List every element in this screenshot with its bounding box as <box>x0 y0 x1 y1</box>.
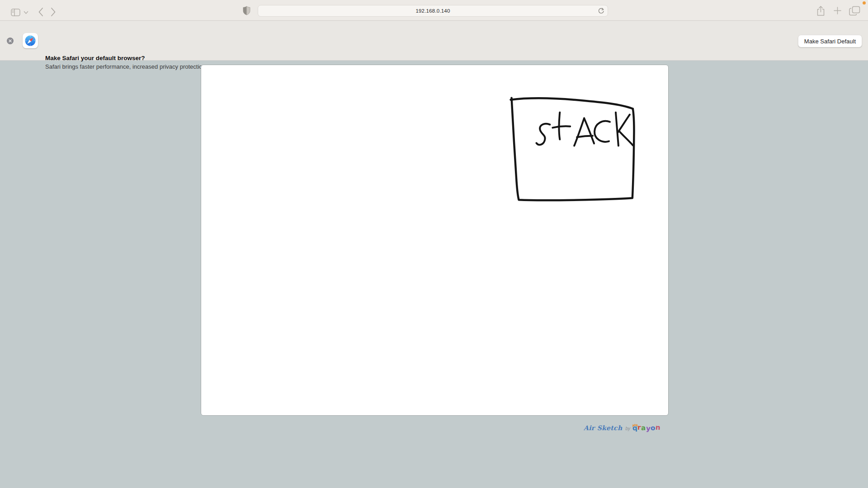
chevron-down-icon[interactable] <box>24 11 28 14</box>
stack-sketch <box>201 65 668 415</box>
brand-letter: n <box>655 423 660 432</box>
screen-recording-indicator-dot <box>863 1 866 5</box>
air-sketch-logo[interactable]: Air Sketch by qrayon <box>584 424 660 432</box>
logo-by-text: by <box>625 426 630 431</box>
forward-icon[interactable] <box>51 7 56 17</box>
default-browser-banner: Make Safari your default browser? Safari… <box>0 21 868 61</box>
banner-title: Make Safari your default browser? <box>45 55 145 61</box>
qrayon-wordmark: qrayon <box>632 424 660 432</box>
safari-window: 192.168.0.140 <box>0 0 868 488</box>
privacy-shield-icon[interactable] <box>243 6 250 15</box>
close-icon[interactable] <box>7 38 14 44</box>
brand-letter: a <box>641 424 646 432</box>
new-tab-icon[interactable] <box>833 6 842 15</box>
air-sketch-wordmark: Air Sketch <box>584 424 622 432</box>
tab-overview-icon[interactable] <box>849 6 861 16</box>
brand-letter: o <box>651 424 656 432</box>
reload-icon[interactable] <box>598 8 604 16</box>
drawing-canvas[interactable] <box>201 65 669 416</box>
share-icon[interactable] <box>816 5 825 16</box>
url-text: 192.168.0.140 <box>415 8 450 14</box>
safari-compass-icon <box>23 33 38 48</box>
address-bar[interactable]: 192.168.0.140 <box>258 5 608 17</box>
back-icon[interactable] <box>38 7 43 17</box>
sidebar-icon[interactable] <box>11 9 20 16</box>
browser-toolbar: 192.168.0.140 <box>0 0 868 21</box>
make-safari-default-button[interactable]: Make Safari Default <box>798 35 862 47</box>
